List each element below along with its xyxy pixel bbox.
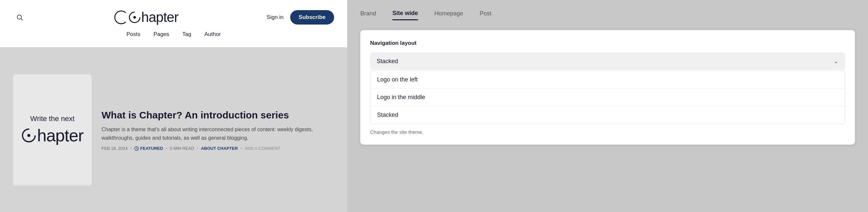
nav-posts[interactable]: Posts xyxy=(126,31,141,38)
tab-brand[interactable]: Brand xyxy=(360,10,376,20)
logo-text: hapter xyxy=(141,9,178,25)
article-info: What is Chapter? An introduction series … xyxy=(101,109,334,151)
main-nav: Posts Pages Tag Author xyxy=(13,31,334,38)
left-panel: hapter Sign in Subscribe Posts Pages Tag… xyxy=(0,0,347,212)
chevron-down-icon: ⌄ xyxy=(834,58,839,65)
right-panel: Brand Site wide Homepage Post Navigation… xyxy=(347,0,868,212)
svg-line-1 xyxy=(21,19,23,20)
tab-homepage[interactable]: Homepage xyxy=(434,10,463,20)
sign-in-button[interactable]: Sign in xyxy=(267,14,284,21)
nav-layout-label: Navigation layout xyxy=(370,40,845,46)
about-chapter-link[interactable]: ABOUT CHAPTER xyxy=(201,146,238,151)
settings-tabs: Brand Site wide Homepage Post xyxy=(360,6,855,20)
nav-pages[interactable]: Pages xyxy=(153,31,169,38)
dropdown-selected[interactable]: Stacked ⌄ xyxy=(370,52,845,70)
meta-separator-3: • xyxy=(197,146,198,151)
hero-logo-box: Write the next hapter xyxy=(13,74,92,185)
settings-panel: Navigation layout Stacked ⌄ Logo on the … xyxy=(360,30,855,145)
article-meta: FEB 19, 2024 • FEATURED • 5 MIN READ • A… xyxy=(101,146,334,151)
hero-logo: hapter xyxy=(21,126,83,145)
option-logo-left[interactable]: Logo on the left xyxy=(370,71,845,89)
meta-separator-1: • xyxy=(130,146,132,151)
search-button[interactable] xyxy=(13,11,26,24)
selected-option-text: Stacked xyxy=(377,58,398,65)
article-description: Chapter is a theme that's all about writ… xyxy=(101,125,334,142)
tab-site-wide[interactable]: Site wide xyxy=(393,10,418,20)
navbar: hapter Sign in Subscribe Posts Pages Tag… xyxy=(0,0,347,47)
meta-separator-2: • xyxy=(166,146,167,151)
content-area: Write the next hapter What is Chapter? A… xyxy=(0,47,347,212)
nav-tag[interactable]: Tag xyxy=(182,31,191,38)
svg-point-5 xyxy=(28,134,30,137)
svg-point-0 xyxy=(18,15,22,19)
add-comment-link[interactable]: ADD A COMMENT xyxy=(245,146,280,151)
logo-c-icon xyxy=(114,10,141,24)
tab-post[interactable]: Post xyxy=(479,10,491,20)
navbar-top: hapter Sign in Subscribe xyxy=(13,9,334,31)
hero-chapter-svg xyxy=(21,128,36,143)
hero-logo-text: hapter xyxy=(37,126,83,145)
option-stacked[interactable]: Stacked xyxy=(370,106,845,124)
header-actions: Sign in Subscribe xyxy=(267,10,334,25)
dropdown-options-list: Logo on the left Logo in the middle Stac… xyxy=(370,71,845,124)
featured-icon-wrap: FEATURED xyxy=(134,146,163,151)
settings-help-text: Changes the site theme. xyxy=(370,129,845,135)
hero-c-icon xyxy=(21,128,36,143)
svg-point-3 xyxy=(133,16,136,19)
read-time: 5 MIN READ xyxy=(170,146,194,151)
meta-separator-4: • xyxy=(241,146,242,151)
hero-prefix-text: Write the next xyxy=(30,114,74,123)
article-date: FEB 19, 2024 xyxy=(101,146,128,151)
search-icon xyxy=(16,14,23,21)
option-logo-middle[interactable]: Logo in the middle xyxy=(370,89,845,106)
subscribe-button[interactable]: Subscribe xyxy=(290,10,334,25)
featured-icon xyxy=(134,146,139,151)
article-title[interactable]: What is Chapter? An introduction series xyxy=(101,109,334,121)
chapter-c-svg xyxy=(128,11,141,24)
nav-layout-dropdown: Stacked ⌄ Logo on the left Logo in the m… xyxy=(370,52,845,124)
nav-author[interactable]: Author xyxy=(205,31,221,38)
featured-label: FEATURED xyxy=(140,146,163,151)
site-logo[interactable]: hapter xyxy=(114,9,178,25)
